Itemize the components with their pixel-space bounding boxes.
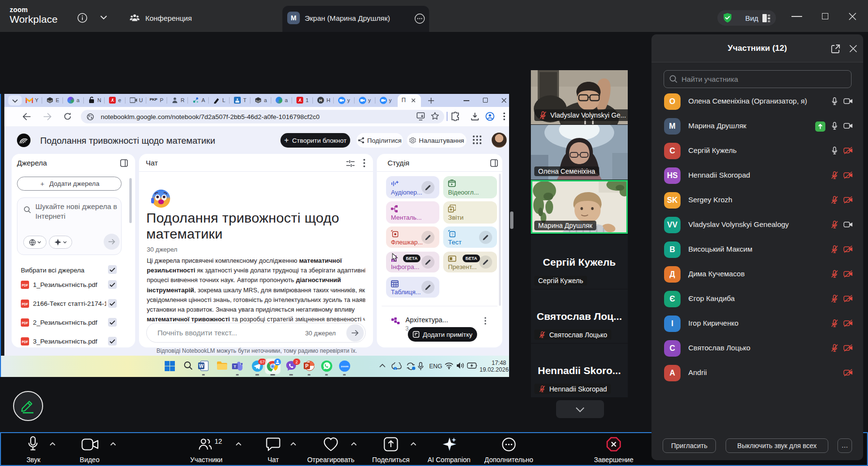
svg-text:zoom: zoom: [341, 365, 349, 368]
svg-text:H: H: [319, 98, 322, 103]
svg-text:?: ?: [451, 232, 454, 237]
svg-text:T: T: [234, 364, 236, 369]
svg-text:P: P: [305, 363, 309, 369]
svg-text:PDF: PDF: [22, 284, 28, 287]
svg-text:PDF: PDF: [22, 340, 28, 344]
svg-text:PDF: PDF: [22, 302, 28, 306]
svg-text:PDF: PDF: [22, 321, 28, 325]
svg-text:i: i: [395, 367, 395, 370]
svg-text:W: W: [199, 363, 204, 369]
